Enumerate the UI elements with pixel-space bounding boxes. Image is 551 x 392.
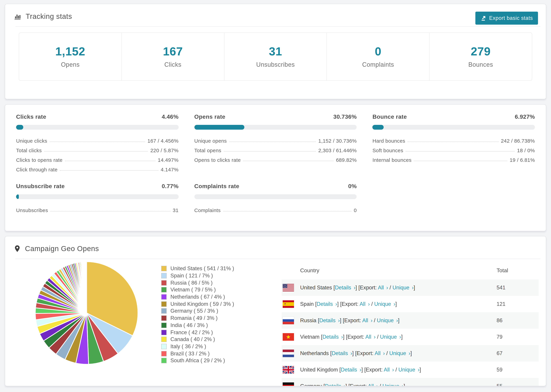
rate-section-clicks-rate: Clicks rate4.46%Unique clicks167 / 4.456… [16,113,178,174]
rate-section-bounce-rate: Bounce rate6.927%Hard bounces242 / 86.73… [373,113,535,174]
rate-title: Unsubscribe rate [16,183,65,190]
stat-box-opens: 1,152Opens [19,33,121,80]
bracket: ] [414,285,415,290]
export-basic-stats-button[interactable]: Export basic stats [475,12,538,25]
legend-swatch [161,294,167,300]
country-cell: Russia [Details ›] [Export: All › / Uniq… [282,317,497,324]
dotted-leader [229,142,316,142]
rate-value: 4.46% [162,113,178,120]
rate-detail-row: Unique clicks167 / 4.456% [16,135,178,145]
total-cell: 541 [497,285,539,291]
legend-swatch [161,336,167,342]
rates-top-row: Clicks rate4.46%Unique clicks167 / 4.456… [16,113,535,174]
rate-detail-value: 2,303 / 61.446% [318,147,357,155]
tracking-stats-card: Tracking stats Export basic stats 1,152O… [5,4,546,99]
legend-label: Russia ( 86 / 5% ) [170,280,212,286]
total-cell: 59 [497,367,539,373]
details-link[interactable]: Details › [325,383,346,386]
slash-separator: / [385,350,389,356]
country-cell: United States [Details ›] [Export: All ›… [282,285,497,291]
map-marker-icon [14,245,21,252]
rate-progress-bar [194,125,357,130]
export-all-link[interactable]: All › [368,383,378,386]
rate-value: 0% [348,183,357,190]
legend-label: United States ( 541 / 31% ) [170,266,234,272]
bracket: [ [318,317,319,323]
export-all-link[interactable]: All › [360,301,370,307]
es-flag-icon [283,300,294,308]
slash-separator: / [370,301,374,307]
dotted-leader [50,142,145,142]
export-unique-link[interactable]: Unique › [398,367,419,372]
total-cell: 79 [497,334,539,340]
legend-swatch [161,358,167,364]
total-cell: 67 [497,350,539,357]
rate-progress-fill [16,194,19,199]
slash-separator: / [378,383,382,386]
rate-value: 30.736% [333,113,357,120]
export-label: [Export: [346,334,366,340]
details-link[interactable]: Details › [335,285,355,290]
export-unique-link[interactable]: Unique › [382,383,403,386]
rate-detail-row: Unique opens1,152 / 30.736% [194,135,357,145]
export-unique-link[interactable]: Unique › [389,350,410,356]
export-unique-link[interactable]: Unique › [380,334,401,340]
rate-detail-row: Clicks to opens rate14.497% [16,155,178,164]
rate-detail-value: 4.147% [161,167,178,174]
stats-summary-row: 1,152Opens167Clicks31Unsubscribes0Compla… [19,33,532,81]
export-all-link[interactable]: All › [378,285,388,290]
legend-swatch [161,315,167,321]
legend-label: Vietnam ( 79 / 5% ) [170,287,216,293]
rate-progress-bar [194,194,357,199]
country-name: United States [300,285,333,290]
rate-detail-value: 242 / 86.738% [501,138,535,145]
export-all-link[interactable]: All › [374,350,385,356]
export-all-link[interactable]: All › [362,317,373,323]
bracket: [ [333,285,335,290]
stat-box-complaints: 0Complaints [327,33,429,80]
slash-separator: / [394,367,398,372]
legend-swatch [161,308,167,314]
details-link[interactable]: Details › [322,334,343,340]
stat-value: 167 [163,45,183,58]
details-link[interactable]: Details › [341,367,361,372]
export-unique-link[interactable]: Unique › [377,317,398,323]
rate-detail-row: Complaints0 [194,205,357,215]
total-cell: 121 [497,301,539,307]
country-name: Netherlands [300,350,330,356]
rate-title: Bounce rate [373,113,407,120]
export-unique-link[interactable]: Unique › [374,301,395,307]
stat-box-clicks: 167Clicks [121,33,224,80]
table-row-gb: United Kingdom [Details ›] [Export: All … [282,362,539,378]
export-all-link[interactable]: All › [365,334,376,340]
stat-label: Clicks [164,61,182,68]
legend-label: Brazil ( 33 / 2% ) [170,350,210,357]
rate-detail-row: Click through rate4.147% [16,164,178,174]
rate-title: Complaints rate [194,183,239,190]
legend-swatch [161,344,167,349]
rate-detail-row: Total opens2,303 / 61.446% [194,145,357,155]
rate-detail-value: 19 / 6.81% [510,157,535,164]
rate-detail-label: Total clicks [16,147,42,155]
legend-swatch [161,329,167,335]
tracking-stats-title: Tracking stats [26,12,72,21]
details-link[interactable]: Details › [332,350,352,356]
export-label: [Export: [340,301,360,307]
export-all-link[interactable]: All › [384,367,394,372]
export-unique-link[interactable]: Unique › [393,285,414,290]
details-link[interactable]: Details › [319,317,340,323]
legend-label: South Africa ( 29 / 2% ) [170,358,225,364]
rate-detail-value: 689.82% [336,157,357,164]
details-link[interactable]: Details › [317,301,337,307]
geo-table-header: Country Total [282,262,539,280]
bracket: ] [346,383,348,386]
stat-box-unsubscribes: 31Unsubscribes [224,33,327,80]
table-row-de: Germany [Details ›] [Export: All › / Uni… [282,378,539,386]
country-cell: Vietnam [Details ›] [Export: All › / Uni… [282,334,497,340]
bar-chart-icon [14,13,21,20]
export-label: [Export: [359,285,378,290]
stat-label: Unsubscribes [256,61,295,68]
country-cell: United Kingdom [Details ›] [Export: All … [282,367,497,373]
rate-detail-label: Soft bounces [373,147,403,155]
total-cell: 55 [497,383,539,386]
